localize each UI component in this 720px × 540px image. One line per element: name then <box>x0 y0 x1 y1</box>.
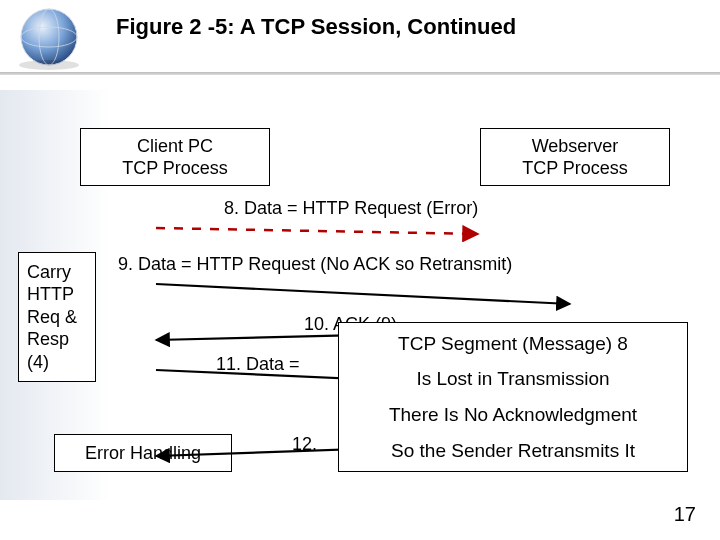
svg-point-4 <box>19 60 79 70</box>
client-line1: Client PC <box>137 135 213 158</box>
errh-label: Error Handling <box>85 442 201 465</box>
msg-9-label: 9. Data = HTTP Request (No ACK so Retran… <box>118 254 512 275</box>
svg-line-5 <box>156 228 478 234</box>
msg-8-label: 8. Data = HTTP Request (Error) <box>224 198 478 219</box>
figure-title: Figure 2 -5: A TCP Session, Continued <box>116 14 516 40</box>
svg-line-6 <box>156 284 570 304</box>
title-divider <box>0 72 720 75</box>
client-pc-box: Client PC TCP Process <box>80 128 270 186</box>
page-number: 17 <box>674 503 696 526</box>
client-line2: TCP Process <box>122 157 228 180</box>
msg-12-label: 12. <box>292 434 317 455</box>
popup-l3: There Is No Acknowledgment <box>389 403 637 427</box>
carry-l3: Req & <box>27 306 77 329</box>
popup-l1: TCP Segment (Message) 8 <box>398 332 628 356</box>
globe-icon <box>14 2 84 72</box>
msg-11-label: 11. Data = <box>216 354 300 375</box>
carry-l4: Resp <box>27 328 69 351</box>
webserver-box: Webserver TCP Process <box>480 128 670 186</box>
explanation-popup: TCP Segment (Message) 8 Is Lost in Trans… <box>338 322 688 472</box>
carry-l2: HTTP <box>27 283 74 306</box>
popup-l4: So the Sender Retransmits It <box>391 439 635 463</box>
popup-l2: Is Lost in Transmission <box>416 367 609 391</box>
error-handling-box: Error Handling <box>54 434 232 472</box>
carry-http-box: Carry HTTP Req & Resp (4) <box>18 252 96 382</box>
carry-l1: Carry <box>27 261 71 284</box>
server-line2: TCP Process <box>522 157 628 180</box>
server-line1: Webserver <box>532 135 619 158</box>
carry-l5: (4) <box>27 351 49 374</box>
